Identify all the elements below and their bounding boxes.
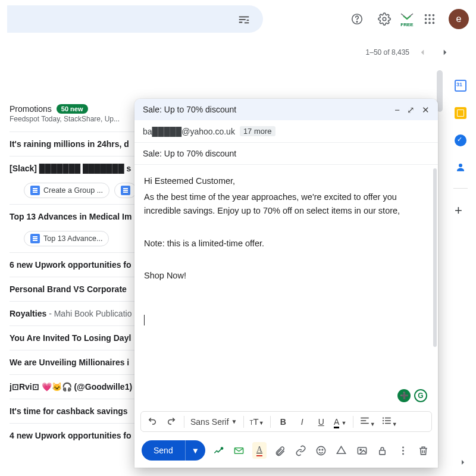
search-bar[interactable] (7, 5, 263, 33)
emoji-icon[interactable] (314, 442, 328, 459)
apps-grid-icon[interactable] (418, 7, 441, 31)
underline-icon[interactable]: U (315, 417, 328, 427)
svg-rect-27 (358, 447, 366, 453)
grammarly-status-icon[interactable]: G (414, 389, 427, 402)
svg-point-6 (425, 18, 427, 20)
drive-icon[interactable] (334, 442, 349, 459)
extension-free-badge[interactable]: FREE (400, 11, 414, 27)
undo-icon[interactable] (146, 415, 159, 428)
help-icon[interactable] (345, 7, 369, 31)
search-options-icon[interactable] (232, 7, 256, 31)
text-style-icon[interactable]: A (252, 442, 267, 459)
next-page-button[interactable] (436, 43, 455, 62)
svg-point-26 (322, 449, 323, 450)
formatting-toolbar: Sans Serif ▼ TT▼ B I U A ▼ ▼ ▼ (140, 411, 432, 432)
minimize-icon[interactable]: − (394, 105, 400, 114)
calendar-icon[interactable] (455, 80, 466, 92)
svg-point-30 (402, 446, 404, 448)
confidential-icon[interactable] (375, 442, 390, 459)
svg-point-10 (428, 22, 431, 24)
settings-icon[interactable] (372, 7, 396, 31)
rail-divider (453, 188, 468, 189)
new-count-badge: 50 new (57, 104, 88, 114)
font-selector[interactable]: Sans Serif ▼ (190, 417, 237, 427)
send-button-group: Send ▼ (142, 440, 205, 461)
subject-field[interactable]: Sale: Up to 70% discount (134, 143, 438, 165)
pagination-range: 1–50 of 8,435 (366, 48, 409, 57)
fullscreen-icon[interactable]: ⤢ (407, 105, 415, 114)
compose-actions: Send ▼ A (134, 436, 438, 468)
redo-icon[interactable] (165, 415, 178, 428)
svg-point-32 (402, 453, 404, 455)
svg-point-3 (425, 14, 427, 17)
attachment-chip[interactable] (114, 183, 137, 198)
text-color-icon[interactable]: A ▼ (334, 417, 347, 427)
svg-rect-19 (385, 420, 391, 421)
side-panel: + (445, 65, 476, 216)
svg-rect-17 (385, 418, 391, 419)
svg-point-5 (433, 14, 435, 17)
attachment-chip[interactable]: Top 13 Advance... (24, 231, 109, 246)
send-button[interactable]: Send (142, 440, 185, 461)
link-icon[interactable] (293, 442, 308, 459)
compose-body[interactable]: Hi Esteemed Customer,As the best time of… (134, 165, 438, 408)
tasks-icon[interactable] (455, 134, 466, 146)
category-title: Promotions (10, 104, 52, 114)
svg-rect-15 (361, 423, 369, 424)
recipient-chip[interactable]: ba█████@yahoo.co.uk (143, 127, 235, 136)
font-size-icon[interactable]: TT▼ (250, 416, 264, 427)
svg-rect-14 (361, 420, 366, 421)
more-recipients-chip[interactable]: 17 more (240, 126, 275, 136)
send-options-button[interactable]: ▼ (185, 440, 205, 461)
grammarly-add-icon[interactable]: ➕ (397, 389, 411, 402)
svg-point-25 (319, 449, 320, 450)
svg-point-1 (356, 21, 357, 22)
svg-point-22 (221, 447, 223, 449)
contacts-icon[interactable] (455, 162, 466, 173)
align-icon[interactable]: ▼ (359, 415, 375, 428)
svg-point-20 (383, 422, 384, 424)
attachment-chip[interactable]: Create a Group ... (24, 183, 109, 198)
body-scrollbar[interactable] (433, 168, 437, 347)
list-icon[interactable]: ▼ (381, 415, 397, 428)
svg-point-8 (433, 18, 435, 20)
close-icon[interactable]: ✕ (422, 105, 430, 114)
bold-icon[interactable]: B (277, 417, 290, 427)
italic-icon[interactable]: I (296, 417, 309, 427)
svg-point-12 (459, 164, 462, 167)
text-cursor (144, 315, 145, 325)
discard-icon[interactable] (416, 442, 431, 459)
svg-point-24 (317, 446, 325, 455)
account-avatar[interactable]: e (449, 9, 469, 29)
grammarly-widget[interactable]: ➕ G (397, 389, 427, 402)
attach-icon[interactable] (273, 442, 287, 459)
compose-title: Sale: Up to 70% discount (143, 105, 236, 114)
svg-point-18 (383, 420, 384, 421)
compose-titlebar[interactable]: Sale: Up to 70% discount − ⤢ ✕ (134, 99, 438, 120)
recipients-field[interactable]: ba█████@yahoo.co.uk 17 more (134, 120, 438, 143)
keep-icon[interactable] (455, 107, 466, 119)
image-icon[interactable] (355, 442, 369, 459)
svg-point-31 (402, 450, 404, 452)
svg-point-4 (428, 14, 431, 17)
add-addon-icon[interactable]: + (455, 204, 466, 216)
svg-rect-21 (385, 423, 391, 424)
svg-point-11 (433, 22, 435, 24)
prev-page-button[interactable] (413, 43, 432, 62)
side-panel-toggle[interactable] (458, 458, 468, 469)
mailtrack-icon[interactable] (231, 442, 246, 459)
svg-rect-13 (361, 418, 369, 419)
svg-point-28 (360, 449, 361, 450)
svg-point-9 (425, 22, 427, 24)
more-options-icon[interactable] (396, 442, 410, 459)
svg-point-7 (428, 18, 431, 20)
signature-icon[interactable] (211, 442, 226, 459)
svg-rect-29 (380, 450, 386, 454)
compose-window: Sale: Up to 70% discount − ⤢ ✕ ba█████@y… (134, 99, 438, 468)
svg-point-2 (383, 17, 386, 21)
svg-point-16 (383, 417, 384, 418)
